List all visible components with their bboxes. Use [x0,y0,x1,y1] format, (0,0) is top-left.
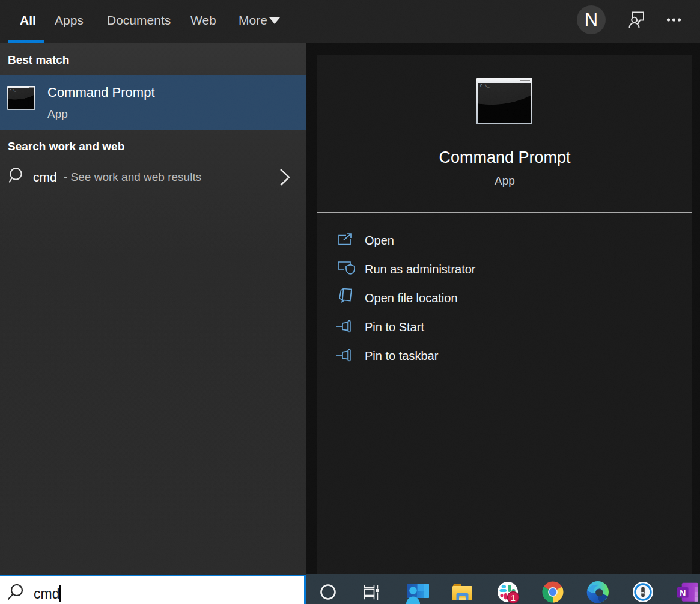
svg-text:1: 1 [511,593,516,603]
svg-text:N: N [680,588,686,598]
